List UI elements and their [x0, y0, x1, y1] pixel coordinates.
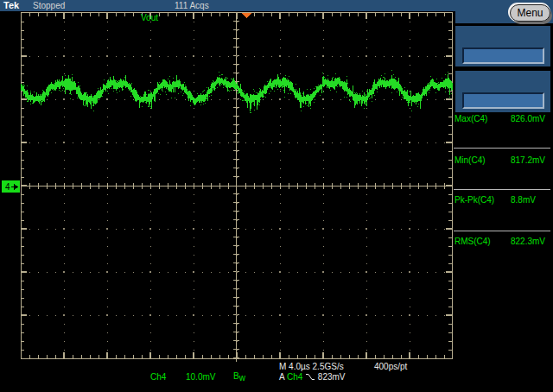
svg-text:4: 4: [5, 182, 10, 192]
